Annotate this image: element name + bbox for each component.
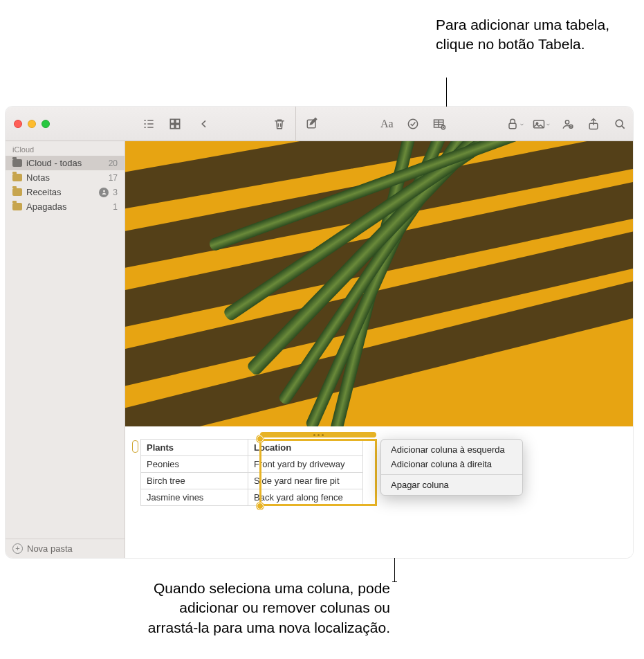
table-cell[interactable]: Location xyxy=(248,440,363,456)
table-cell[interactable]: Back yard along fence xyxy=(248,489,363,506)
compose-button[interactable] xyxy=(299,113,325,135)
plus-circle-icon: + xyxy=(12,543,23,554)
search-button[interactable] xyxy=(607,113,633,135)
svg-point-14 xyxy=(616,120,623,127)
collaborate-button[interactable] xyxy=(554,113,580,135)
delete-button[interactable] xyxy=(266,113,293,135)
column-selection-border xyxy=(375,439,377,506)
note-content: Plants Location Peonies Front yard by dr… xyxy=(125,141,633,558)
new-folder-label: Nova pasta xyxy=(27,543,73,554)
callout-leader-line xyxy=(394,558,395,582)
sidebar-item-count: 1 xyxy=(113,202,118,212)
table-row[interactable]: Plants Location xyxy=(141,440,363,456)
svg-point-15 xyxy=(103,190,105,192)
back-button[interactable] xyxy=(191,113,217,135)
svg-rect-8 xyxy=(509,123,516,129)
sidebar-item-label: Apagadas xyxy=(26,201,109,212)
svg-rect-1 xyxy=(176,119,180,123)
column-selection-border xyxy=(259,439,261,506)
new-folder-button[interactable]: + Nova pasta xyxy=(6,539,125,558)
menu-item-add-column-right[interactable]: Adicionar coluna à direita xyxy=(381,457,522,471)
table[interactable]: Plants Location Peonies Front yard by dr… xyxy=(140,439,363,506)
menu-separator xyxy=(381,474,522,475)
table-button[interactable] xyxy=(426,113,452,135)
sidebar-item-label: iCloud - todas xyxy=(26,158,104,168)
menu-item-delete-column[interactable]: Apagar coluna xyxy=(381,478,522,492)
sidebar-item-notas[interactable]: Notas 17 xyxy=(6,170,125,185)
sidebar-item-count: 17 xyxy=(109,173,118,183)
table-cell[interactable]: Side yard near fire pit xyxy=(248,473,363,489)
shared-icon xyxy=(99,188,109,197)
sidebar-item-apagadas[interactable]: Apagadas 1 xyxy=(6,199,125,214)
sidebar-section-header: iCloud xyxy=(6,141,125,156)
note-image xyxy=(125,141,633,426)
note-body[interactable]: Plants Location Peonies Front yard by dr… xyxy=(125,426,633,558)
sidebar-item-label: Receitas xyxy=(26,187,95,197)
column-selection-border xyxy=(259,504,377,506)
selection-knob[interactable] xyxy=(257,435,264,442)
toolbar-separator xyxy=(295,107,296,141)
list-view-button[interactable] xyxy=(136,113,162,135)
column-selection-border xyxy=(259,439,377,441)
folder-icon xyxy=(12,159,22,167)
zoom-window-button[interactable] xyxy=(42,120,50,128)
grid-view-button[interactable] xyxy=(162,113,188,135)
notes-window: Aa ⌵ ⌵ iCloud iCloud - todas xyxy=(6,107,633,558)
menu-item-add-column-left[interactable]: Adicionar coluna à esquerda xyxy=(381,442,522,457)
share-button[interactable] xyxy=(580,113,607,135)
checklist-button[interactable] xyxy=(400,113,426,135)
table-cell[interactable]: Peonies xyxy=(141,456,248,473)
titlebar: Aa ⌵ ⌵ xyxy=(6,107,633,141)
sidebar-item-label: Notas xyxy=(26,172,104,183)
callout-table-button: Para adicionar uma tabela, clique no bot… xyxy=(436,15,629,55)
media-button[interactable]: ⌵ xyxy=(528,113,554,135)
table-cell[interactable]: Front yard by driveway xyxy=(248,456,363,473)
close-window-button[interactable] xyxy=(14,120,22,128)
lock-button[interactable]: ⌵ xyxy=(502,113,528,135)
table-cell[interactable]: Birch tree xyxy=(141,473,248,489)
sidebar-item-receitas[interactable]: Receitas 3 xyxy=(6,185,125,199)
column-context-menu: Adicionar coluna à esquerda Adicionar co… xyxy=(380,439,523,496)
minimize-window-button[interactable] xyxy=(28,120,36,128)
sidebar: iCloud iCloud - todas 20 Notas 17 Receit… xyxy=(6,141,125,558)
svg-point-11 xyxy=(565,120,569,123)
sidebar-item-count: 3 xyxy=(113,188,118,197)
sidebar-item-icloud-all[interactable]: iCloud - todas 20 xyxy=(6,156,125,170)
folder-icon xyxy=(12,174,22,181)
folder-icon xyxy=(12,203,22,210)
svg-rect-2 xyxy=(170,124,174,128)
table-column-handle[interactable] xyxy=(260,432,376,437)
window-body: iCloud iCloud - todas 20 Notas 17 Receit… xyxy=(6,141,633,558)
sidebar-item-count: 20 xyxy=(109,159,118,168)
table-row[interactable]: Birch tree Side yard near fire pit xyxy=(141,473,363,489)
table-row[interactable]: Peonies Front yard by driveway xyxy=(141,456,363,473)
table-row[interactable]: Jasmine vines Back yard along fence xyxy=(141,489,363,506)
selection-knob[interactable] xyxy=(257,503,264,509)
svg-rect-0 xyxy=(170,119,174,123)
callout-column-selection: Quando seleciona uma coluna, pode adicio… xyxy=(127,579,390,638)
table-cell[interactable]: Plants xyxy=(141,440,248,456)
svg-point-5 xyxy=(409,119,418,128)
svg-rect-3 xyxy=(176,124,180,128)
table-cell[interactable]: Jasmine vines xyxy=(141,489,248,506)
note-table[interactable]: Plants Location Peonies Front yard by dr… xyxy=(140,439,363,506)
table-row-handle[interactable] xyxy=(132,440,138,453)
folder-icon xyxy=(12,188,22,196)
window-controls xyxy=(6,120,61,128)
format-button[interactable]: Aa xyxy=(374,113,400,135)
